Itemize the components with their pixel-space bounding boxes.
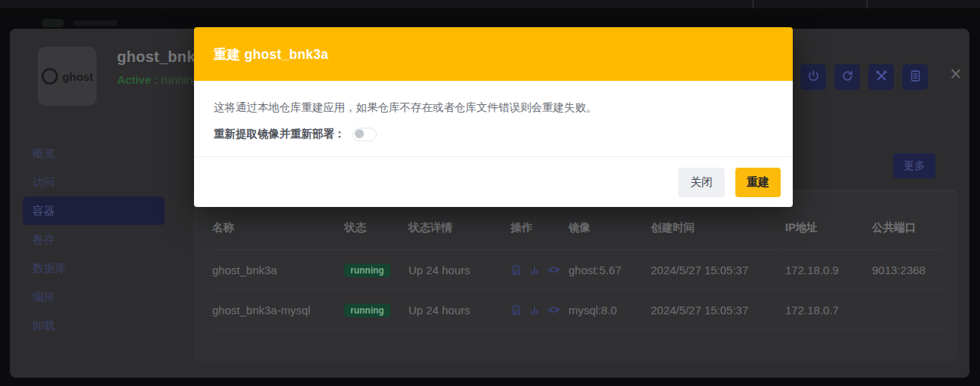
modal-footer: 关闭 重建 (194, 156, 793, 207)
close-icon[interactable]: × (945, 61, 967, 87)
log-file-icon[interactable] (510, 304, 522, 316)
public-port: 9013:2368 (872, 264, 942, 276)
terminal-icon[interactable]: <> (548, 264, 559, 276)
status-detail: Up 24 hours (408, 264, 510, 276)
status-cell: running (344, 303, 408, 317)
table-body: ghost_bnk3a running Up 24 hours <> ghost… (212, 250, 942, 330)
sidebar-item[interactable]: 数据库 (23, 254, 165, 283)
sidebar-item-label: 编排 (32, 290, 55, 304)
modal-header: 重建 ghost_bnk3a (194, 27, 793, 81)
sidebar-item[interactable]: 编排 (23, 283, 165, 311)
navbar-brand-logo (42, 18, 125, 28)
app-status: Active : running( (117, 73, 202, 86)
logs-button[interactable] (902, 64, 928, 90)
sidebar-item-label: 卷存 (32, 233, 55, 247)
tools-button[interactable] (868, 64, 894, 90)
created-time: 2024/5/27 15:05:37 (651, 304, 785, 317)
modal-close-button[interactable]: 关闭 (678, 168, 725, 197)
modal-rebuild-button[interactable]: 重建 (735, 168, 781, 197)
container-name: ghost_bnk3a-mysql (212, 304, 344, 317)
topbar-separator (753, 0, 753, 8)
image-name: ghost:5.67 (569, 264, 651, 276)
status-detail: Up 24 hours (408, 304, 510, 317)
status-badge: running (344, 264, 390, 277)
restart-icon (841, 69, 854, 85)
sidebar-item[interactable]: 卷存 (23, 225, 165, 254)
status-cell: running (344, 263, 408, 277)
modal-description: 这将通过本地仓库重建应用，如果仓库不存在或者仓库文件错误则会重建失败。 (214, 100, 773, 115)
log-file-icon[interactable] (510, 264, 522, 276)
created-time: 2024/5/27 15:05:37 (651, 264, 785, 276)
col-header-ip: IP地址 (785, 221, 872, 235)
redeploy-toggle-row: 重新提取镜像并重新部署： (214, 127, 773, 141)
stats-icon[interactable] (529, 304, 541, 316)
sidebar-item[interactable]: 概览 (23, 139, 165, 168)
col-header-created: 创建时间 (651, 221, 785, 235)
sidebar-item-label: 卸载 (32, 319, 55, 333)
sidebar-item-label: 访问 (32, 175, 55, 190)
power-button[interactable] (800, 64, 826, 90)
stats-icon[interactable] (529, 264, 541, 276)
modal-body: 这将通过本地仓库重建应用，如果仓库不存在或者仓库文件错误则会重建失败。 重新提取… (194, 81, 793, 156)
rebuild-modal: 重建 ghost_bnk3a 这将通过本地仓库重建应用，如果仓库不存在或者仓库文… (194, 27, 793, 207)
toggle-knob-icon (355, 129, 364, 138)
image-name: mysql:8.0 (569, 304, 651, 317)
logs-icon (909, 69, 922, 85)
sidebar-item[interactable]: 卸载 (23, 311, 165, 340)
app-logo: ghost (38, 47, 97, 106)
topbar-separator (867, 0, 868, 8)
sidebar-item-label: 容器 (32, 204, 55, 218)
brand-logo-icon (42, 19, 64, 27)
redeploy-toggle-label: 重新提取镜像并重新部署： (214, 127, 345, 141)
screen: ghost ghost_bnk3a Active : running( (0, 0, 980, 386)
modal-title: 重建 ghost_bnk3a (214, 45, 328, 63)
ip-address: 172.18.0.9 (785, 264, 872, 276)
more-button[interactable]: 更多 (893, 153, 935, 178)
power-icon (807, 69, 820, 85)
restart-button[interactable] (834, 64, 860, 90)
col-header-status-detail: 状态详情 (408, 221, 510, 235)
row-actions: <> (510, 304, 569, 316)
table-row: ghost_bnk3a running Up 24 hours <> ghost… (212, 250, 942, 290)
sidebar-item[interactable]: 访问 (23, 168, 165, 196)
col-header-ports: 公共端口 (872, 221, 942, 235)
container-name: ghost_bnk3a (212, 264, 344, 276)
redeploy-toggle[interactable] (353, 128, 377, 141)
col-header-name: 名称 (212, 221, 344, 235)
tools-icon (875, 69, 888, 85)
col-header-status: 状态 (344, 221, 408, 235)
row-actions: <> (510, 264, 569, 276)
app-logo-label: ghost (63, 70, 94, 83)
sidebar-item[interactable]: 容器 (23, 196, 165, 225)
sidebar-item-label: 概览 (32, 147, 55, 161)
containers-table: 名称 状态 状态详情 操作 镜像 创建时间 IP地址 公共端口 ghost_bn… (193, 190, 957, 361)
col-header-actions: 操作 (510, 221, 569, 235)
table-row: ghost_bnk3a-mysql running Up 24 hours <>… (212, 290, 942, 330)
sidebar-item-label: 数据库 (32, 261, 66, 276)
app-action-buttons (800, 64, 928, 90)
top-navigation-bar (0, 0, 980, 8)
ghost-logo-icon (42, 68, 58, 85)
brand-wordmark (73, 20, 117, 26)
status-label: Active : (117, 73, 158, 86)
ip-address: 172.18.0.7 (785, 304, 872, 317)
status-badge: running (344, 304, 390, 317)
col-header-image: 镜像 (569, 221, 651, 235)
sidebar: 概览 访问 容器 卷存 数据库 编排 卸载 (23, 139, 165, 340)
terminal-icon[interactable]: <> (548, 304, 559, 316)
